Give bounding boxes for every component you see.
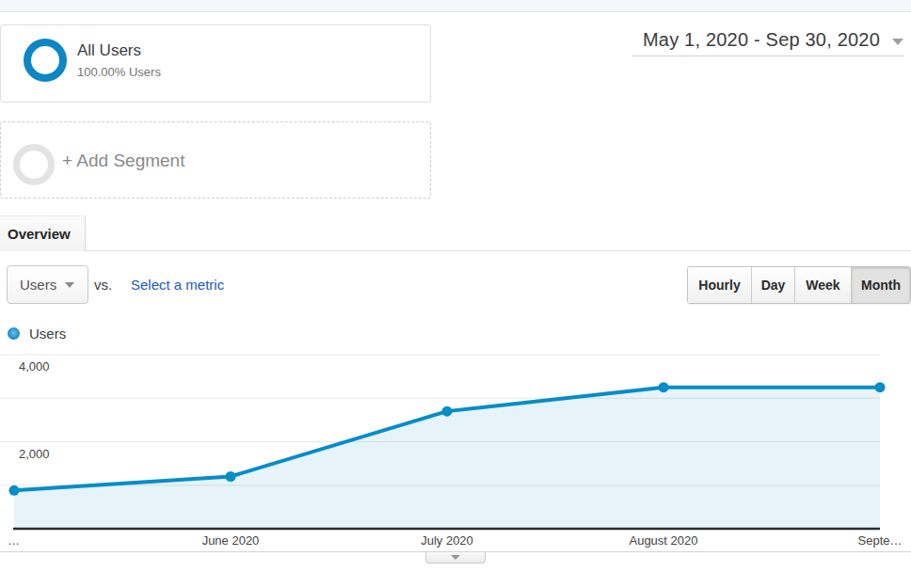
analytics-overview-page: All Users 100.00% Users + Add Segment Ma… bbox=[0, 0, 911, 588]
segment-subtitle: 100.00% Users bbox=[77, 65, 161, 79]
metric-selector-value: Users bbox=[20, 277, 56, 293]
week-button[interactable]: Week bbox=[794, 267, 851, 303]
tab-overview-label: Overview bbox=[8, 226, 71, 242]
x-axis-tick-label: … bbox=[8, 533, 20, 548]
top-bar bbox=[0, 0, 911, 12]
month-button[interactable]: Month bbox=[851, 267, 910, 303]
chart-legend: Users bbox=[8, 326, 66, 342]
tab-bar: Overview bbox=[0, 215, 911, 251]
chart-data-point[interactable] bbox=[442, 406, 453, 417]
tab-overview[interactable]: Overview bbox=[0, 215, 86, 252]
x-axis-tick-label: Septe… bbox=[858, 533, 903, 548]
add-segment-card[interactable]: + Add Segment bbox=[0, 121, 431, 199]
add-segment-label: + Add Segment bbox=[62, 151, 184, 171]
y-axis-tick-label: 4,000 bbox=[19, 359, 50, 373]
segment-card-all-users[interactable]: All Users 100.00% Users bbox=[0, 24, 431, 103]
granularity-button-group: Hourly Day Week Month bbox=[687, 266, 911, 304]
legend-users-dot-icon bbox=[8, 327, 20, 340]
x-axis-tick-label: June 2020 bbox=[202, 533, 260, 548]
x-axis-tick-label: July 2020 bbox=[421, 533, 473, 548]
chart-data-point[interactable] bbox=[659, 382, 669, 392]
day-button[interactable]: Day bbox=[751, 267, 794, 303]
date-range-picker[interactable]: May 1, 2020 - Sep 30, 2020 bbox=[643, 29, 903, 51]
metric-selector-dropdown[interactable]: Users bbox=[7, 265, 88, 304]
hourly-button[interactable]: Hourly bbox=[688, 267, 751, 303]
dropdown-arrow-icon bbox=[892, 39, 903, 45]
x-axis-tick-label: August 2020 bbox=[629, 533, 697, 548]
select-metric-link[interactable]: Select a metric bbox=[131, 277, 224, 293]
segment-title: All Users bbox=[77, 41, 141, 60]
users-line-chart bbox=[0, 348, 911, 546]
legend-users-label: Users bbox=[29, 326, 66, 342]
date-range-underline bbox=[632, 56, 904, 56]
dropdown-arrow-icon bbox=[65, 282, 74, 288]
chart-data-point[interactable] bbox=[226, 471, 236, 482]
chevron-down-icon bbox=[451, 555, 460, 560]
segment-donut-icon bbox=[24, 39, 67, 82]
chart-expander-tab[interactable] bbox=[425, 552, 486, 564]
add-segment-circle-icon bbox=[13, 144, 55, 185]
vs-label: vs. bbox=[94, 277, 112, 293]
y-axis-tick-label: 2,000 bbox=[19, 447, 50, 461]
date-range-text: May 1, 2020 - Sep 30, 2020 bbox=[643, 29, 880, 51]
chart-data-point[interactable] bbox=[9, 485, 20, 496]
chart-data-point[interactable] bbox=[875, 382, 886, 392]
